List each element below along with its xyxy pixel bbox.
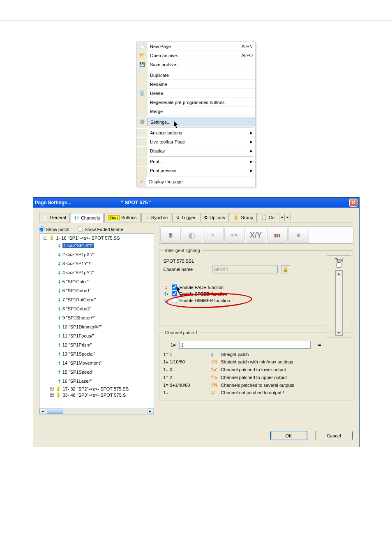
channel-icon: ‡ [58, 252, 61, 257]
menu-item-open-archive[interactable]: 📂 Open archive...Alt+O [137, 51, 255, 60]
tab-options[interactable]: ⚙Options [200, 213, 229, 222]
tab-general[interactable]: 📄General [39, 213, 70, 222]
menu-item-delete[interactable]: 🗑️ Delete [137, 89, 255, 98]
enable-speed-checkbox[interactable] [172, 291, 177, 296]
scroll-thumb[interactable] [47, 409, 63, 414]
tree-channel-item[interactable]: ‡6 "SP1Gobo1" [39, 286, 154, 295]
close-icon: ✕ [351, 200, 355, 206]
expand-icon[interactable]: + [50, 393, 54, 397]
context-menu[interactable]: 📄 New PageAlt+N 📂 Open archive...Alt+O 💾… [136, 42, 256, 187]
tree-channel-item[interactable]: ‡10 "SP1Dimmer#/*" [39, 322, 154, 331]
trigger-icon: ↯ [176, 215, 180, 220]
tab-compress[interactable]: 📋Co [258, 213, 278, 222]
radio-show-patch[interactable]: Show patch [39, 227, 69, 232]
menu-item-settings[interactable]: ⚙️ Settings... [137, 118, 255, 127]
tree-channel-item[interactable]: ‡11 "SP1Focus/" [39, 331, 154, 340]
group-legend: Channel patch 1 [164, 330, 200, 335]
toolbar-btn-cursor1[interactable]: ↖ [203, 228, 224, 243]
scroll-track[interactable] [46, 408, 147, 414]
menu-item-print-preview[interactable]: Print preview▶ [137, 166, 255, 175]
toolbar-btn-dimmer[interactable]: ◐ [182, 228, 202, 243]
tree-label: 6 "SP1Gobo1" [62, 288, 92, 293]
tree-fixture-1[interactable]: − 💡 1- 16 "SP1"-<a>- SPOT 575.SS [39, 235, 154, 241]
scroll-right-button[interactable]: ► [147, 408, 154, 414]
enable-dimmer-checkbox[interactable] [172, 298, 177, 303]
ok-button[interactable]: OK [270, 431, 307, 440]
slider-up-button[interactable]: ▲ [336, 271, 342, 276]
close-button[interactable]: ✕ [349, 199, 357, 207]
menu-item-arrange[interactable]: Arrange buttons▶ [137, 128, 255, 137]
tab-scroll-left[interactable]: ◄ [279, 214, 285, 221]
menu-item-regenerate[interactable]: Regenerate pre-programmed buttons [137, 98, 255, 107]
patch-input[interactable] [179, 341, 311, 349]
tab-buttons[interactable]: ©BUTButtons [104, 213, 140, 222]
tree-channel-item[interactable]: ‡7 "SP1RotGobo" [39, 295, 154, 304]
tree-channel-item[interactable]: ‡13 "SP1Special" [39, 349, 154, 358]
menu-label: Display the page [149, 179, 183, 184]
toolbar-btn-fader[interactable]: 🎚️ [160, 228, 181, 243]
menu-item-rename[interactable]: Rename [137, 80, 255, 89]
tab-scroll-right[interactable]: ► [285, 214, 291, 221]
tree-fixture-3[interactable]: + 💡 33- 48 "SP3"-<e>- SPOT 575.S [39, 392, 154, 398]
channel-icon: ‡ [58, 270, 61, 275]
menu-item-display-the-page[interactable]: ✓ Display the page [137, 177, 255, 187]
group-icon: ✋ [233, 215, 239, 220]
tree-channel-item[interactable]: ‡15 "SP1Speed" [39, 368, 154, 377]
tree-channel-item[interactable]: ‡2 <a>"SP1µX"/" [39, 250, 154, 259]
test-slider[interactable]: ▲ ▼ [335, 270, 343, 336]
channel-tree[interactable]: − 💡 1- 16 "SP1"-<a>- SPOT 575.SS ‡1 <a>"… [39, 234, 154, 414]
menu-item-live-toolbar[interactable]: Live toolbar Page▶ [137, 137, 255, 146]
tree-channel-item[interactable]: ‡14 "SP1Movement" [39, 358, 154, 368]
tab-synchro[interactable]: ☺Synchro [141, 213, 172, 222]
tree-channel-item[interactable]: ‡9 "SP1Shutter/*" [39, 313, 154, 322]
channel-icon: ‡ [58, 370, 61, 375]
cancel-button[interactable]: Cancel [316, 431, 353, 440]
tree-channel-item[interactable]: ‡5 "SP1Color" [39, 277, 154, 286]
intelligent-lighting-group: Intelligent lighting SPOT 575.SSL Channe… [159, 248, 353, 326]
collapse-icon[interactable]: − [44, 236, 47, 240]
toolbar-btn-cursor2[interactable]: ↖↖ [224, 228, 245, 243]
tab-label: Synchro [151, 215, 168, 220]
tree-channel-item[interactable]: ‡16 "SP1Laser" [39, 377, 154, 386]
tree-horizontal-scrollbar[interactable]: ◄ ► [39, 408, 154, 414]
tree-label: 11 "SP1Focus/" [62, 333, 94, 338]
lock-button[interactable]: 🔒 [281, 265, 290, 273]
page-icon: 📄 [43, 215, 48, 220]
options-icon: ⚙ [204, 215, 208, 220]
menu-item-display[interactable]: Display▶ [137, 146, 255, 155]
tree-channel-item[interactable]: ‡3 <a>"SP1Y"/" [39, 259, 154, 268]
fade-icon: ‡ [164, 285, 169, 290]
tab-channels[interactable]: ‡‡Channels [71, 213, 104, 223]
menu-item-duplicate[interactable]: Duplicate [137, 71, 255, 80]
menu-shortcut: Alt+N [242, 44, 253, 49]
tree-fixture-2[interactable]: + 💡 17- 32 "SP2"-<z>- SPOT 575.SS [39, 386, 154, 392]
radio-label: Show Fade/Dimme [85, 227, 123, 232]
titlebar[interactable]: Page Settings... " SPOT 575 " ✕ [33, 198, 359, 208]
toolbar-btn-gear[interactable]: ⚙ [288, 228, 309, 243]
menu-item-merge[interactable]: Merge [137, 107, 255, 116]
tree-channel-item[interactable]: ‡4 <a>"SP1µY"/" [39, 268, 154, 277]
radio-input[interactable] [78, 227, 83, 232]
test-checkbox[interactable] [336, 262, 341, 268]
tab-trigger[interactable]: ↯Trigger [172, 213, 199, 222]
tab-group[interactable]: ✋Group [230, 213, 257, 222]
tree-channel-item[interactable]: ‡8 "SP1Gobo2" [39, 304, 154, 313]
enable-fade-checkbox[interactable] [172, 284, 177, 290]
submenu-arrow-icon: ▶ [250, 149, 253, 153]
menu-item-save-archive[interactable]: 💾 Save archive... [137, 60, 255, 69]
menu-item-new-page[interactable]: 📄 New PageAlt+N [137, 42, 255, 51]
expand-icon[interactable]: + [50, 387, 54, 391]
radio-show-fade-dimmer[interactable]: Show Fade/Dimme [78, 227, 123, 232]
radio-input[interactable] [39, 227, 44, 232]
tree-channel-item[interactable]: ‡12 "SP1Prism" [39, 340, 154, 349]
tree-label: 3 <a>"SP1Y"/" [62, 261, 92, 266]
toolbar-btn-color[interactable]: ▮▮▮ [267, 228, 288, 243]
scroll-left-button[interactable]: ◄ [39, 408, 46, 414]
dimmer-icon: ‡. [164, 298, 169, 303]
fixture-icon: 💡 [55, 386, 61, 391]
menu-item-print[interactable]: Print...▶ [137, 157, 255, 166]
toolbar-btn-xy[interactable]: X/Y [246, 228, 266, 243]
channel-icon: ‡ [58, 288, 61, 293]
tree-channel-item[interactable]: ‡1 <a>"SP1X"/" [39, 241, 154, 250]
channel-name-input[interactable] [212, 266, 278, 273]
